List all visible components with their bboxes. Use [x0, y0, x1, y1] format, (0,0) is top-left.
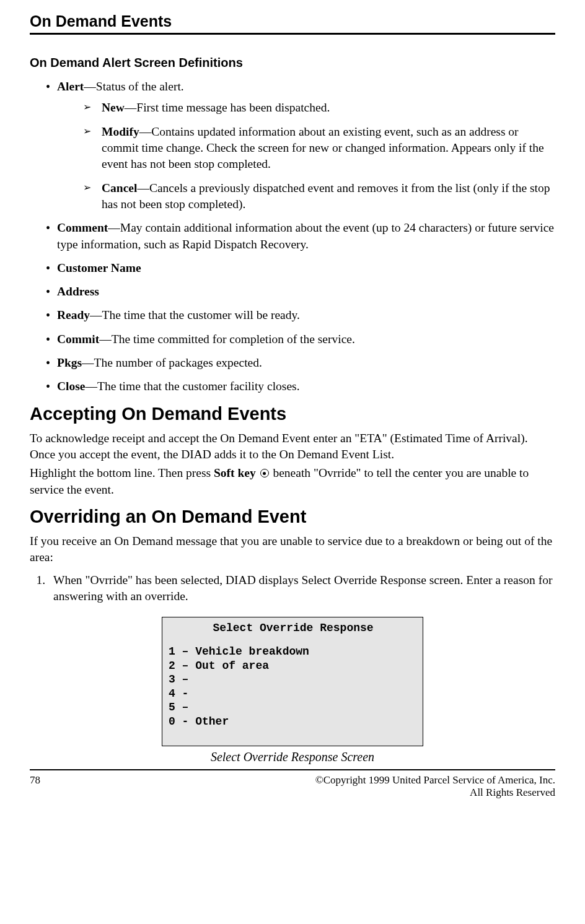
term-modify-desc: —Contains updated information about an e… — [102, 125, 544, 171]
term-customer-name: Customer Name — [57, 261, 141, 274]
screen-line: 1 – Vehicle breakdown — [169, 645, 418, 659]
page-footer: 78 ©Copyright 1999 United Parcel Service… — [30, 769, 555, 799]
term-new-desc: —First time message has been dispatched. — [125, 101, 330, 114]
list-item: Cancel—Cancels a previously dispatched e… — [83, 180, 555, 213]
override-response-screen: Select Override Response 1 – Vehicle bre… — [162, 617, 423, 747]
page-header: On Demand Events — [30, 12, 555, 35]
list-item: Commit—The time committed for completion… — [46, 331, 555, 347]
term-alert: Alert — [57, 80, 84, 93]
page-number: 78 — [30, 774, 40, 799]
term-commit-desc: —The time committed for completion of th… — [99, 333, 355, 346]
term-new: New — [102, 101, 125, 114]
list-item: Customer Name — [46, 260, 555, 276]
list-item: Alert—Status of the alert. New—First tim… — [46, 79, 555, 212]
term-pkgs: Pkgs — [57, 356, 82, 369]
accepting-p1: To acknowledge receipt and accept the On… — [30, 430, 555, 463]
screen-line: 5 – — [169, 700, 418, 715]
accepting-p2: Highlight the bottom line. Then press So… — [30, 465, 555, 498]
page-title: On Demand Events — [30, 12, 172, 30]
term-comment-desc: —May contain additional information abou… — [57, 221, 554, 250]
list-item: Close—The time that the customer facilit… — [46, 378, 555, 394]
term-pkgs-desc: —The number of packages expected. — [82, 356, 262, 369]
list-item: Comment—May contain additional informati… — [46, 220, 555, 253]
softkey-label: Soft key — [214, 466, 259, 479]
alert-sublist: New—First time message has been dispatch… — [83, 100, 555, 212]
term-commit: Commit — [57, 333, 99, 346]
list-item: Ready—The time that the customer will be… — [46, 307, 555, 323]
term-address: Address — [57, 285, 99, 298]
screen-line: 0 - Other — [169, 715, 418, 729]
screen-line: 2 – Out of area — [169, 659, 418, 673]
list-item: Modify—Contains updated information abou… — [83, 124, 555, 173]
step-1: When "Ovrride" has been selected, DIAD d… — [48, 572, 555, 605]
section-heading-overriding: Overriding an On Demand Event — [30, 507, 555, 527]
term-comment: Comment — [57, 221, 108, 234]
section-heading-definitions: On Demand Alert Screen Definitions — [30, 56, 555, 70]
overriding-intro: If you receive an On Demand message that… — [30, 533, 555, 566]
screen-caption: Select Override Response Screen — [30, 750, 555, 764]
definition-list: Alert—Status of the alert. New—First tim… — [46, 79, 555, 395]
accepting-p2a: Highlight the bottom line. Then press — [30, 466, 214, 479]
term-close: Close — [57, 380, 86, 393]
term-alert-desc: —Status of the alert. — [84, 80, 183, 93]
screen-line: 3 – — [169, 673, 418, 687]
term-cancel: Cancel — [102, 181, 137, 194]
override-steps: When "Ovrride" has been selected, DIAD d… — [30, 572, 555, 605]
term-close-desc: —The time that the customer facility clo… — [86, 380, 300, 393]
section-heading-accepting: Accepting On Demand Events — [30, 404, 555, 424]
list-item: New—First time message has been dispatch… — [83, 100, 555, 116]
list-item: Address — [46, 284, 555, 300]
copyright-line: ©Copyright 1999 United Parcel Service of… — [315, 774, 555, 787]
list-item: Pkgs—The number of packages expected. — [46, 355, 555, 371]
term-cancel-desc: —Cancels a previously dispatched event a… — [102, 181, 550, 211]
term-modify: Modify — [102, 125, 139, 138]
rights-line: All Rights Reserved — [315, 787, 555, 799]
term-ready: Ready — [57, 308, 90, 321]
term-ready-desc: —The time that the customer will be read… — [90, 308, 300, 321]
screen-line: 4 - — [169, 687, 418, 701]
screen-title: Select Override Response — [169, 621, 418, 635]
softkey-dot-icon — [260, 469, 269, 477]
